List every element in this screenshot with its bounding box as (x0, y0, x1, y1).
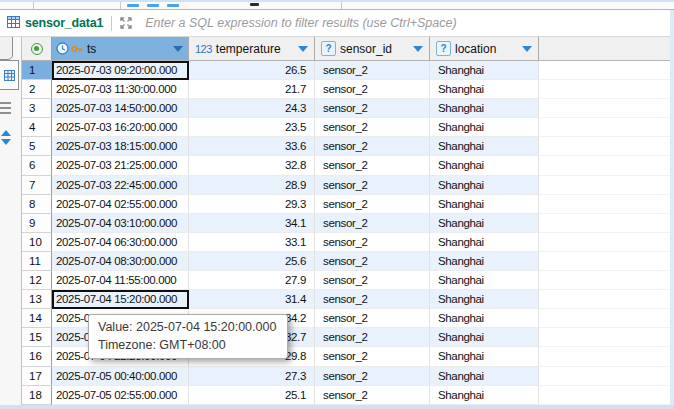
column-menu-arrow[interactable] (413, 46, 423, 52)
location-cell[interactable]: Shanghai (430, 214, 539, 233)
location-cell[interactable]: Shanghai (430, 80, 539, 99)
sensor-id-cell[interactable]: sensor_2 (315, 80, 430, 99)
sensor-id-cell[interactable]: sensor_2 (315, 233, 430, 252)
row-number-cell[interactable]: 4 (22, 118, 52, 137)
location-cell[interactable]: Shanghai (430, 176, 539, 195)
temperature-cell[interactable]: 27.9 (189, 271, 315, 290)
row-number-cell[interactable]: 18 (22, 386, 52, 405)
ts-cell[interactable]: 2025-07-04 03:10:00.000 (52, 214, 189, 233)
location-cell[interactable]: Shanghai (430, 156, 539, 175)
sensor-id-cell[interactable]: sensor_2 (315, 290, 430, 309)
location-cell[interactable]: Shanghai (430, 137, 539, 156)
sensor-id-cell[interactable]: sensor_2 (315, 271, 430, 290)
row-number-cell[interactable]: 8 (22, 195, 52, 214)
sensor-id-cell[interactable]: sensor_2 (315, 328, 430, 347)
temperature-cell[interactable]: 33.1 (189, 233, 315, 252)
location-cell[interactable]: Shanghai (430, 309, 539, 328)
ts-cell[interactable]: 2025-07-03 21:25:00.000 (52, 156, 189, 175)
row-number-cell[interactable]: 1 (22, 61, 52, 80)
column-header-location[interactable]: ? location (430, 37, 539, 60)
sql-filter-input[interactable] (143, 12, 674, 34)
sensor-id-cell[interactable]: sensor_2 (315, 367, 430, 386)
row-number-cell[interactable]: 13 (22, 290, 52, 309)
temperature-cell[interactable]: 23.5 (189, 118, 315, 137)
ts-cell[interactable]: 2025-07-05 00:40:00.000 (52, 367, 189, 386)
row-number-cell[interactable]: 3 (22, 99, 52, 118)
ts-cell[interactable]: 2025-07-03 09:20:00.000 (52, 61, 189, 80)
location-cell[interactable]: Shanghai (430, 118, 539, 137)
temperature-cell[interactable]: 31.4 (189, 290, 315, 309)
row-number-cell[interactable]: 17 (22, 367, 52, 386)
column-menu-arrow[interactable] (298, 46, 308, 52)
location-cell[interactable]: Shanghai (430, 386, 539, 405)
text-view-toggle[interactable] (0, 102, 11, 117)
panel-arrows-icon[interactable] (1, 130, 11, 145)
row-number-cell[interactable]: 16 (22, 347, 52, 366)
ts-cell[interactable]: 2025-07-03 18:15:00.000 (52, 137, 189, 156)
location-cell[interactable]: Shanghai (430, 61, 539, 80)
row-number-cell[interactable]: 10 (22, 233, 52, 252)
result-tab-sensor-data1[interactable]: sensor_data1 (0, 10, 108, 36)
sensor-id-cell[interactable]: sensor_2 (315, 137, 430, 156)
ts-cell[interactable]: 2025-07-04 02:55:00.000 (52, 195, 189, 214)
row-number-cell[interactable]: 5 (22, 137, 52, 156)
location-cell[interactable]: Shanghai (430, 252, 539, 271)
temperature-cell[interactable]: 25.6 (189, 252, 315, 271)
grid-view-toggle[interactable] (0, 60, 19, 90)
sensor-id-cell[interactable]: sensor_2 (315, 252, 430, 271)
sensor-id-cell[interactable]: sensor_2 (315, 214, 430, 233)
temperature-cell[interactable]: 33.6 (189, 137, 315, 156)
ts-cell[interactable]: 2025-07-05 02:55:00.000 (52, 386, 189, 405)
row-number-cell[interactable]: 7 (22, 176, 52, 195)
temperature-cell[interactable]: 28.9 (189, 176, 315, 195)
column-menu-arrow[interactable] (173, 46, 183, 52)
location-cell[interactable]: Shanghai (430, 347, 539, 366)
row-number-cell[interactable]: 6 (22, 156, 52, 175)
temperature-cell[interactable]: 25.1 (189, 386, 315, 405)
refresh-icon[interactable] (0, 37, 13, 60)
sensor-id-cell[interactable]: sensor_2 (315, 176, 430, 195)
ts-cell[interactable]: 2025-07-04 06:30:00.000 (52, 233, 189, 252)
expand-filter-panel-button[interactable] (117, 14, 135, 32)
location-cell[interactable]: Shanghai (430, 367, 539, 386)
temperature-cell[interactable]: 34.1 (189, 214, 315, 233)
temperature-cell[interactable]: 26.5 (189, 61, 315, 80)
row-number-cell[interactable]: 11 (22, 252, 52, 271)
select-all-corner[interactable] (22, 37, 52, 60)
row-number-cell[interactable]: 9 (22, 214, 52, 233)
ts-cell[interactable]: 2025-07-03 16:20:00.000 (52, 118, 189, 137)
location-cell[interactable]: Shanghai (430, 99, 539, 118)
ts-cell[interactable]: 2025-07-04 11:55:00.000 (52, 271, 189, 290)
temperature-cell[interactable]: 29.3 (189, 195, 315, 214)
sensor-id-cell[interactable]: sensor_2 (315, 118, 430, 137)
sensor-id-cell[interactable]: sensor_2 (315, 99, 430, 118)
location-cell[interactable]: Shanghai (430, 271, 539, 290)
location-cell[interactable]: Shanghai (430, 328, 539, 347)
sensor-id-cell[interactable]: sensor_2 (315, 386, 430, 405)
temperature-cell[interactable]: 27.3 (189, 367, 315, 386)
location-cell[interactable]: Shanghai (430, 290, 539, 309)
sensor-id-cell[interactable]: sensor_2 (315, 309, 430, 328)
ts-cell[interactable]: 2025-07-03 14:50:00.000 (52, 99, 189, 118)
temperature-cell[interactable]: 32.8 (189, 156, 315, 175)
row-number-cell[interactable]: 12 (22, 271, 52, 290)
row-number-cell[interactable]: 2 (22, 80, 52, 99)
temperature-cell[interactable]: 24.3 (189, 99, 315, 118)
column-header-ts[interactable]: ts (52, 37, 189, 60)
ts-cell[interactable]: 2025-07-04 15:20:00.000 (52, 290, 189, 309)
ts-cell[interactable]: 2025-07-03 11:30:00.000 (52, 80, 189, 99)
location-cell[interactable]: Shanghai (430, 233, 539, 252)
column-header-sensor-id[interactable]: ? sensor_id (315, 37, 430, 60)
column-header-temperature[interactable]: 123 temperature (189, 37, 315, 60)
sensor-id-cell[interactable]: sensor_2 (315, 156, 430, 175)
ts-cell[interactable]: 2025-07-04 08:30:00.000 (52, 252, 189, 271)
sensor-id-cell[interactable]: sensor_2 (315, 61, 430, 80)
sensor-id-cell[interactable]: sensor_2 (315, 195, 430, 214)
location-cell[interactable]: Shanghai (430, 195, 539, 214)
ts-cell[interactable]: 2025-07-03 22:45:00.000 (52, 176, 189, 195)
column-menu-arrow[interactable] (522, 46, 532, 52)
row-number-cell[interactable]: 14 (22, 309, 52, 328)
row-number-cell[interactable]: 15 (22, 328, 52, 347)
temperature-cell[interactable]: 21.7 (189, 80, 315, 99)
sensor-id-cell[interactable]: sensor_2 (315, 347, 430, 366)
